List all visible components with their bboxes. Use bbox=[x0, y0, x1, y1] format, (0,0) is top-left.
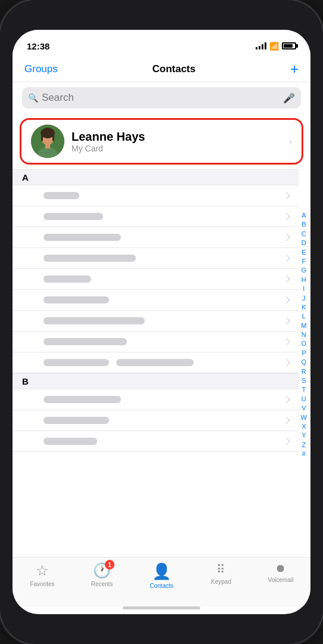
contact-name-blur bbox=[44, 417, 109, 424]
contact-name-blur bbox=[44, 338, 127, 345]
alpha-o[interactable]: O bbox=[302, 340, 307, 349]
status-icons: 📶 bbox=[256, 42, 296, 51]
alpha-u[interactable]: U bbox=[302, 395, 306, 404]
alpha-b[interactable]: B bbox=[302, 221, 306, 230]
svg-rect-3 bbox=[41, 133, 43, 141]
favorites-icon: ☆ bbox=[36, 562, 49, 579]
contact-name-blur bbox=[44, 438, 97, 445]
contact-row[interactable] bbox=[13, 248, 299, 269]
alpha-d[interactable]: D bbox=[302, 239, 306, 247]
alpha-k[interactable]: K bbox=[302, 303, 306, 312]
alpha-l[interactable]: L bbox=[302, 312, 306, 321]
battery-icon bbox=[282, 42, 296, 49]
tab-favorites[interactable]: ☆ Favorites bbox=[21, 562, 63, 587]
voicemail-icon: ⏺ bbox=[275, 562, 286, 575]
my-card-info: Leanne Hays My Card bbox=[72, 130, 282, 153]
contact-name-blur bbox=[44, 359, 109, 366]
alpha-x[interactable]: X bbox=[302, 422, 306, 431]
alpha-g[interactable]: G bbox=[302, 267, 307, 275]
phone-frame: 12:38 📶 Groups Contacts + bbox=[0, 0, 323, 644]
alpha-y[interactable]: Y bbox=[302, 432, 306, 441]
contact-row[interactable] bbox=[13, 311, 299, 332]
section-header-a: A bbox=[13, 169, 299, 185]
alpha-h[interactable]: H bbox=[302, 275, 306, 284]
contact-row[interactable] bbox=[13, 227, 299, 248]
contact-name-blur bbox=[44, 255, 136, 262]
alpha-hash[interactable]: # bbox=[302, 450, 306, 459]
page-title: Contacts bbox=[153, 63, 196, 75]
status-time: 12:38 bbox=[27, 41, 49, 51]
search-bar: 🔍 🎤 bbox=[22, 87, 301, 109]
tab-recents[interactable]: 🕐 1 Recents bbox=[81, 562, 123, 587]
wifi-icon: 📶 bbox=[269, 42, 279, 51]
contacts-list: A bbox=[13, 169, 310, 452]
my-card-name: Leanne Hays bbox=[72, 130, 282, 144]
alpha-q[interactable]: Q bbox=[302, 358, 307, 367]
contact-name-blur bbox=[116, 359, 194, 366]
my-card-row[interactable]: Leanne Hays My Card › bbox=[20, 118, 303, 165]
tab-keypad-label: Keypad bbox=[211, 578, 231, 585]
alpha-c[interactable]: C bbox=[302, 230, 306, 239]
tab-voicemail[interactable]: ⏺ Voicemail bbox=[260, 562, 302, 583]
nav-bar: Groups Contacts + bbox=[13, 56, 310, 82]
tab-favorites-label: Favorites bbox=[30, 581, 54, 587]
contacts-icon: 👤 bbox=[152, 562, 171, 581]
contact-name-blur bbox=[44, 396, 121, 403]
contact-row[interactable] bbox=[13, 332, 299, 352]
alpha-v[interactable]: V bbox=[302, 404, 306, 413]
contact-name-blur bbox=[44, 213, 103, 220]
alpha-t[interactable]: T bbox=[302, 386, 306, 395]
contact-row[interactable] bbox=[13, 185, 299, 206]
contact-row[interactable] bbox=[13, 269, 299, 290]
recents-badge: 1 bbox=[105, 560, 114, 569]
alpha-e[interactable]: E bbox=[302, 248, 306, 257]
alpha-a[interactable]: A bbox=[302, 211, 306, 220]
alpha-w[interactable]: W bbox=[301, 413, 307, 422]
my-card-chevron-icon: › bbox=[289, 137, 292, 146]
recents-icon-wrapper: 🕐 1 bbox=[93, 562, 111, 579]
contact-row[interactable] bbox=[13, 206, 299, 227]
tab-recents-label: Recents bbox=[91, 581, 113, 587]
notch bbox=[114, 0, 209, 18]
tab-keypad[interactable]: ⠿ Keypad bbox=[200, 562, 242, 585]
phone-screen: 12:38 📶 Groups Contacts + bbox=[13, 30, 310, 614]
svg-rect-6 bbox=[45, 144, 50, 148]
my-card-label: My Card bbox=[72, 144, 282, 153]
alpha-s[interactable]: S bbox=[302, 376, 306, 385]
keypad-icon: ⠿ bbox=[216, 562, 226, 577]
home-indicator bbox=[123, 606, 200, 609]
tab-contacts[interactable]: 👤 Contacts bbox=[141, 562, 182, 589]
status-bar: 12:38 📶 bbox=[13, 30, 310, 56]
contact-name-blur bbox=[44, 296, 109, 304]
svg-rect-4 bbox=[52, 133, 54, 141]
search-container: 🔍 🎤 bbox=[13, 82, 310, 113]
tab-bar: ☆ Favorites 🕐 1 Recents 👤 Contacts ⠿ Key… bbox=[13, 557, 310, 606]
alpha-z[interactable]: Z bbox=[302, 441, 306, 450]
section-header-b: B bbox=[13, 373, 299, 389]
contact-row[interactable] bbox=[13, 352, 299, 373]
contact-row[interactable] bbox=[13, 431, 299, 452]
search-icon: 🔍 bbox=[28, 93, 38, 103]
alpha-n[interactable]: N bbox=[302, 330, 306, 339]
mic-icon[interactable]: 🎤 bbox=[283, 92, 295, 104]
alpha-r[interactable]: R bbox=[302, 367, 306, 376]
alpha-f[interactable]: F bbox=[302, 257, 306, 266]
groups-button[interactable]: Groups bbox=[24, 63, 58, 75]
alpha-index: A B C D E F G H I J K L M N O P Q R S T bbox=[301, 211, 307, 459]
avatar bbox=[31, 125, 64, 158]
tab-voicemail-label: Voicemail bbox=[268, 577, 294, 583]
contact-name-blur bbox=[44, 234, 121, 241]
alpha-m[interactable]: M bbox=[301, 321, 306, 330]
alpha-j[interactable]: J bbox=[302, 294, 306, 303]
contact-name-blur bbox=[44, 317, 145, 324]
add-contact-button[interactable]: + bbox=[290, 62, 299, 76]
signal-icon bbox=[256, 42, 266, 49]
contact-row[interactable] bbox=[13, 290, 299, 311]
tab-contacts-label: Contacts bbox=[150, 583, 173, 589]
search-input[interactable] bbox=[42, 92, 279, 104]
contacts-scroll[interactable]: Leanne Hays My Card › A bbox=[13, 113, 310, 557]
alpha-i[interactable]: I bbox=[303, 284, 305, 293]
contact-row[interactable] bbox=[13, 410, 299, 431]
contact-row[interactable] bbox=[13, 389, 299, 410]
alpha-p[interactable]: P bbox=[302, 349, 306, 358]
